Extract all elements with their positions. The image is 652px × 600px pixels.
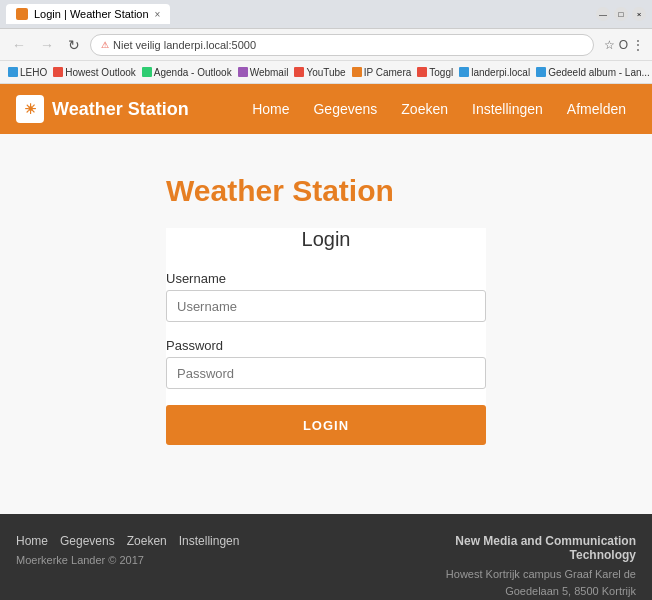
maximize-btn[interactable]: □ [614,7,628,21]
footer-zoeken[interactable]: Zoeken [127,534,167,548]
bookmark-agenda[interactable]: Agenda - Outlook [142,67,232,78]
footer-home[interactable]: Home [16,534,48,548]
security-icon: ⚠ [101,40,109,50]
navbar: ☀ Weather Station Home Gegevens Zoeken I… [0,84,652,134]
brand-name: Weather Station [52,99,189,120]
bookmark-btn[interactable]: ☆ [604,38,615,52]
nav-instellingen[interactable]: Instellingen [462,95,553,123]
tab-favicon [16,8,28,20]
sun-icon: ☀ [24,101,37,117]
password-input[interactable] [166,357,486,389]
navbar-brand[interactable]: ☀ Weather Station [16,95,189,123]
nav-home[interactable]: Home [242,95,299,123]
window-controls: — □ × [596,7,646,21]
bookmark-landerpi[interactable]: landerpi.local [459,67,530,78]
footer-address: Howest Kortrijk campus Graaf Karel de Go… [436,566,636,599]
footer-instellingen[interactable]: Instellingen [179,534,240,548]
page-title: Weather Station [166,174,486,208]
bookmark-favicon [459,67,469,77]
footer-copyright: Moerkerke Lander © 2017 [16,554,239,566]
forward-btn[interactable]: → [36,35,58,55]
address-bar: ← → ↻ ⚠ Niet veilig landerpi.local:5000 … [0,28,652,60]
title-bar: Login | Weather Station × — □ × [0,0,652,28]
back-btn[interactable]: ← [8,35,30,55]
bookmark-label: Gedeeld album - Lan... [548,67,650,78]
active-tab[interactable]: Login | Weather Station × [6,4,170,24]
login-container: Weather Station Login Username Password … [166,174,486,474]
opera-btn[interactable]: O [619,38,628,52]
navbar-nav: Home Gegevens Zoeken Instellingen Afmeld… [242,95,636,123]
bookmark-leho[interactable]: LEHO [8,67,47,78]
footer-left: Home Gegevens Zoeken Instellingen Moerke… [16,534,239,599]
footer-gegevens[interactable]: Gegevens [60,534,115,548]
bookmark-webmail[interactable]: Webmail [238,67,289,78]
main-content: Weather Station Login Username Password … [0,134,652,514]
browser-chrome: Login | Weather Station × — □ × ← → ↻ ⚠ … [0,0,652,84]
bookmark-label: Webmail [250,67,289,78]
bookmark-favicon [352,67,362,77]
address-input[interactable]: ⚠ Niet veilig landerpi.local:5000 [90,34,594,56]
nav-afmelden[interactable]: Afmelden [557,95,636,123]
username-label: Username [166,271,486,286]
bookmarks-bar: LEHO Howest Outlook Agenda - Outlook Web… [0,60,652,84]
bookmark-ipcamera[interactable]: IP Camera [352,67,412,78]
tab-title: Login | Weather Station [34,8,149,20]
bookmark-favicon [8,67,18,77]
login-button[interactable]: LOGIN [166,405,486,445]
refresh-btn[interactable]: ↻ [64,35,84,55]
bookmark-favicon [417,67,427,77]
footer-right: New Media and Communication Technology H… [436,534,636,599]
login-box: Login Username Password LOGIN [166,228,486,445]
browser-actions: ☆ O ⋮ [604,38,644,52]
bookmark-gedeeld[interactable]: Gedeeld album - Lan... [536,67,650,78]
nav-zoeken[interactable]: Zoeken [391,95,458,123]
footer-company: New Media and Communication Technology [436,534,636,562]
bookmark-label: Howest Outlook [65,67,136,78]
footer: Home Gegevens Zoeken Instellingen Moerke… [0,514,652,600]
bookmark-favicon [536,67,546,77]
password-group: Password [166,338,486,389]
bookmark-label: IP Camera [364,67,412,78]
bookmark-favicon [142,67,152,77]
bookmark-label: landerpi.local [471,67,530,78]
bookmark-favicon [238,67,248,77]
username-input[interactable] [166,290,486,322]
footer-nav: Home Gegevens Zoeken Instellingen [16,534,239,548]
brand-icon: ☀ [16,95,44,123]
minimize-btn[interactable]: — [596,7,610,21]
password-label: Password [166,338,486,353]
address-text: Niet veilig landerpi.local:5000 [113,39,256,51]
bookmark-favicon [53,67,63,77]
nav-gegevens[interactable]: Gegevens [303,95,387,123]
menu-btn[interactable]: ⋮ [632,38,644,52]
login-heading: Login [166,228,486,251]
bookmark-favicon [294,67,304,77]
bookmark-label: YouTube [306,67,345,78]
close-btn[interactable]: × [632,7,646,21]
page: ☀ Weather Station Home Gegevens Zoeken I… [0,84,652,600]
bookmark-howest[interactable]: Howest Outlook [53,67,136,78]
bookmark-toggl[interactable]: Toggl [417,67,453,78]
bookmark-youtube[interactable]: YouTube [294,67,345,78]
bookmark-label: Agenda - Outlook [154,67,232,78]
username-group: Username [166,271,486,322]
bookmark-label: LEHO [20,67,47,78]
tab-close-btn[interactable]: × [155,9,161,20]
bookmark-label: Toggl [429,67,453,78]
